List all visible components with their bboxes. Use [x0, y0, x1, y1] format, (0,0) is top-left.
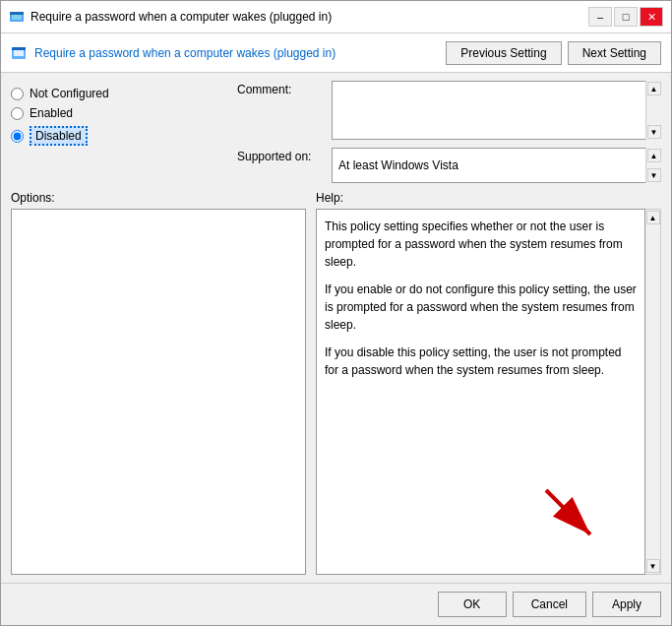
panels-row: This policy setting specifies whether or…	[11, 209, 661, 575]
minimize-button[interactable]: –	[588, 7, 612, 27]
supported-value: At least Windows Vista	[338, 158, 458, 172]
supported-row: Supported on: At least Windows Vista ▲ ▼	[237, 148, 661, 183]
scroll-up-arrow[interactable]: ▲	[647, 82, 661, 95]
comment-label: Comment:	[237, 81, 326, 96]
not-configured-label: Not Configured	[30, 87, 109, 100]
options-panel	[11, 209, 306, 575]
header-nav-buttons: Previous Setting Next Setting	[446, 41, 661, 65]
supported-scroll-down[interactable]: ▼	[647, 168, 661, 182]
supported-label: Supported on:	[237, 148, 326, 163]
title-bar: Require a password when a computer wakes…	[1, 1, 671, 33]
radio-group-panel: Not Configured Enabled Disabled	[11, 81, 227, 183]
radio-group: Not Configured Enabled Disabled	[11, 87, 227, 146]
help-panel-wrapper: This policy setting specifies whether or…	[316, 209, 661, 575]
next-setting-button[interactable]: Next Setting	[568, 41, 661, 65]
footer: OK Cancel Apply	[1, 583, 671, 625]
supported-value-box: At least Windows Vista	[332, 148, 661, 183]
cancel-button[interactable]: Cancel	[513, 592, 586, 617]
title-bar-controls: – □ ✕	[588, 7, 663, 27]
window-icon	[9, 9, 25, 25]
disabled-radio[interactable]	[11, 130, 24, 143]
main-content: Not Configured Enabled Disabled Comm	[1, 73, 671, 583]
enabled-option[interactable]: Enabled	[11, 106, 227, 120]
supported-field-container: At least Windows Vista ▲ ▼	[332, 148, 661, 183]
section-headers: Options: Help:	[11, 191, 661, 205]
help-paragraph-1: This policy setting specifies whether or…	[325, 218, 637, 271]
svg-rect-4	[14, 49, 24, 56]
enabled-label: Enabled	[30, 106, 73, 120]
supported-scroll-up[interactable]: ▲	[647, 149, 661, 162]
comment-row: Comment: ▲ ▼	[237, 81, 661, 140]
help-scrollbar[interactable]: ▲ ▼	[645, 209, 661, 575]
top-section: Not Configured Enabled Disabled Comm	[11, 81, 661, 183]
bottom-section: Options: Help: This policy setting speci…	[11, 191, 661, 575]
header-bar: Require a password when a computer wakes…	[1, 33, 671, 73]
ok-button[interactable]: OK	[438, 592, 507, 617]
maximize-button[interactable]: □	[614, 7, 638, 27]
right-fields-panel: Comment: ▲ ▼ Supported on:	[237, 81, 661, 183]
comment-field-container: ▲ ▼	[332, 81, 661, 140]
previous-setting-button[interactable]: Previous Setting	[446, 41, 561, 65]
apply-button[interactable]: Apply	[592, 592, 661, 617]
red-arrow-indicator	[536, 480, 605, 554]
scroll-down-arrow[interactable]: ▼	[647, 125, 661, 139]
svg-rect-2	[10, 12, 24, 15]
svg-rect-5	[12, 47, 26, 50]
enabled-radio[interactable]	[11, 107, 24, 120]
help-scroll-up[interactable]: ▲	[646, 211, 660, 224]
dialog-window: Require a password when a computer wakes…	[0, 0, 672, 626]
svg-line-7	[546, 490, 590, 534]
supported-scrollbar[interactable]: ▲ ▼	[645, 148, 661, 183]
options-header: Options:	[11, 191, 316, 205]
policy-header-icon	[11, 45, 27, 61]
comment-scrollbar[interactable]: ▲ ▼	[645, 81, 661, 140]
help-panel: This policy setting specifies whether or…	[316, 209, 645, 575]
comment-textarea[interactable]	[332, 81, 661, 140]
help-scroll-down[interactable]: ▼	[646, 559, 660, 573]
not-configured-option[interactable]: Not Configured	[11, 87, 227, 100]
help-paragraph-2: If you enable or do not configure this p…	[325, 281, 637, 334]
help-header: Help:	[316, 191, 661, 205]
disabled-option[interactable]: Disabled	[11, 126, 227, 146]
disabled-label: Disabled	[30, 126, 88, 146]
header-title: Require a password when a computer wakes…	[34, 46, 438, 60]
close-button[interactable]: ✕	[640, 7, 663, 27]
not-configured-radio[interactable]	[11, 88, 24, 100]
help-paragraph-3: If you disable this policy setting, the …	[325, 344, 637, 379]
title-bar-text: Require a password when a computer wakes…	[31, 10, 582, 24]
